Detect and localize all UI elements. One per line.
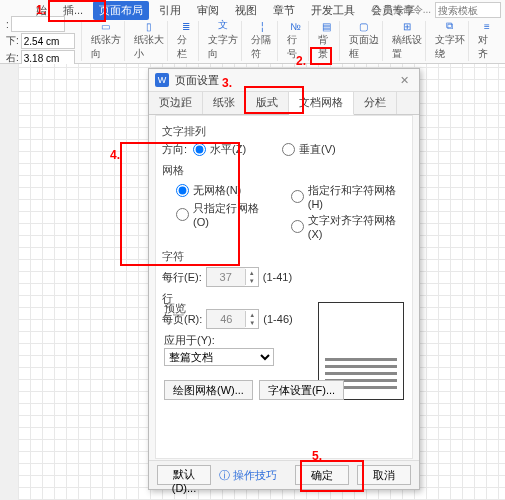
default-button[interactable]: 默认(D)... — [157, 465, 211, 485]
dialog-tabs: 页边距 纸张 版式 文档网格 分栏 — [149, 92, 419, 115]
group-columns[interactable]: ≣分栏 — [174, 21, 199, 61]
page-setup-dialog: W 页面设置 ✕ 页边距 纸张 版式 文档网格 分栏 文字排列 方向: 水平(Z… — [148, 68, 420, 490]
columns-icon: ≣ — [177, 21, 195, 32]
preview-label: 预览 — [164, 301, 186, 316]
search-prefix: Q 查找命令... — [372, 3, 431, 17]
dtab-layout[interactable]: 版式 — [246, 92, 289, 114]
align-icon: ≡ — [478, 21, 496, 32]
margin-right-label: 右: — [6, 51, 19, 65]
wrap-icon: ⧉ — [441, 20, 459, 32]
annotation-2: 2. — [296, 54, 306, 68]
radio-horizontal[interactable]: 水平(Z) — [193, 142, 246, 157]
apply-label: 应用于(Y): — [164, 333, 274, 348]
group-align[interactable]: ≡对齐 — [475, 21, 499, 61]
tab-view[interactable]: 视图 — [229, 1, 263, 20]
tab-references[interactable]: 引用 — [153, 1, 187, 20]
search-input[interactable] — [435, 2, 501, 18]
radio-align-chars[interactable]: 文字对齐字符网格(X) — [291, 213, 406, 240]
info-icon: ⓘ — [219, 468, 230, 483]
tab-sections[interactable]: 章节 — [267, 1, 301, 20]
margins-group: : 下: 右: — [6, 21, 82, 61]
per-line-range: (1-41) — [263, 271, 292, 283]
annotation-5: 5. — [312, 449, 322, 463]
app-icon: W — [155, 73, 169, 87]
direction-label: 方向: — [162, 142, 187, 157]
annotation-3: 3. — [222, 76, 232, 90]
chevron-up-icon[interactable]: ▲ — [246, 311, 258, 319]
group-text-direction[interactable]: 文文字方向 — [205, 21, 242, 61]
line-number-icon: № — [287, 21, 305, 32]
group-text-wrap[interactable]: ⧉文字环绕 — [432, 21, 469, 61]
radio-vertical[interactable]: 垂直(V) — [282, 142, 336, 157]
page-border-icon: ▢ — [355, 21, 373, 32]
group-breaks[interactable]: ¦分隔符 — [248, 21, 278, 61]
draw-grid-button[interactable]: 绘图网格(W)... — [164, 380, 253, 400]
ribbon-search: Q 查找命令... — [372, 2, 501, 18]
text-arrange-label: 文字排列 — [162, 124, 406, 139]
margin-bottom-label: 下: — [6, 34, 19, 48]
margin-field-generic[interactable] — [11, 16, 65, 32]
background-icon: ▤ — [318, 21, 336, 32]
annotation-1: 1. — [36, 3, 46, 17]
group-background[interactable]: ▤背景 — [315, 21, 340, 61]
annotation-4: 4. — [110, 148, 120, 162]
close-icon[interactable]: ✕ — [395, 74, 413, 87]
ok-button[interactable]: 确定 — [295, 465, 349, 485]
tab-page-layout[interactable]: 页面布局 — [93, 1, 149, 20]
dialog-titlebar: W 页面设置 ✕ — [149, 69, 419, 92]
tab-developer[interactable]: 开发工具 — [305, 1, 361, 20]
dialog-title: 页面设置 — [175, 73, 395, 88]
per-line-input[interactable] — [207, 268, 245, 286]
group-orientation[interactable]: ▭纸张方向 — [88, 21, 125, 61]
apply-select[interactable]: 整篇文档 — [164, 348, 274, 366]
per-line-label: 每行(E): — [162, 270, 202, 285]
per-page-spinner[interactable]: ▲▼ — [206, 309, 259, 329]
paper-size-icon: ▯ — [140, 21, 158, 32]
dtab-doc-grid[interactable]: 文档网格 — [289, 92, 354, 115]
radio-no-grid[interactable]: 无网格(N) — [176, 183, 241, 198]
chevron-down-icon[interactable]: ▼ — [246, 319, 258, 327]
dtab-margins[interactable]: 页边距 — [149, 92, 203, 114]
chevron-down-icon[interactable]: ▼ — [246, 277, 258, 285]
margin-bottom-input[interactable] — [21, 33, 75, 49]
group-paper-size[interactable]: ▯纸张大小 — [131, 21, 168, 61]
cancel-button[interactable]: 取消 — [357, 465, 411, 485]
manuscript-icon: ⊞ — [398, 21, 416, 32]
tab-review[interactable]: 审阅 — [191, 1, 225, 20]
dialog-body: 文字排列 方向: 水平(Z) 垂直(V) 网格 无网格(N) 只指定行网格(O)… — [155, 115, 413, 459]
ribbon: 始 插... 页面布局 引用 审阅 视图 章节 开发工具 会员专享 Q 查找命令… — [0, 0, 505, 64]
group-page-border[interactable]: ▢页面边框 — [346, 21, 383, 61]
radio-lines-only[interactable]: 只指定行网格(O) — [176, 201, 271, 228]
direction-row: 方向: 水平(Z) 垂直(V) — [162, 142, 406, 157]
text-direction-icon: 文 — [214, 18, 232, 32]
chevron-up-icon[interactable]: ▲ — [246, 269, 258, 277]
orientation-icon: ▭ — [97, 21, 115, 32]
per-line-spinner[interactable]: ▲▼ — [206, 267, 259, 287]
ribbon-tabs: 始 插... 页面布局 引用 审阅 视图 章节 开发工具 会员专享 Q 查找命令… — [0, 0, 505, 20]
per-page-input[interactable] — [207, 310, 245, 328]
grid-label: 网格 — [162, 163, 406, 178]
radio-lines-chars[interactable]: 指定行和字符网格(H) — [291, 183, 406, 210]
chars-label: 字符 — [162, 249, 406, 264]
per-page-range: (1-46) — [263, 313, 292, 325]
font-settings-button[interactable]: 字体设置(F)... — [259, 380, 344, 400]
ribbon-body: : 下: 右: ▭纸张方向 ▯纸张大小 ≣分栏 文文字方向 ¦分隔符 №行号 ▤… — [0, 21, 505, 63]
dialog-footer: 默认(D)... ⓘ操作技巧 确定 取消 — [149, 460, 419, 489]
dtab-paper[interactable]: 纸张 — [203, 92, 246, 114]
tips-link[interactable]: ⓘ操作技巧 — [219, 468, 277, 483]
apply-row: 应用于(Y): 整篇文档 — [164, 333, 274, 366]
group-manuscript[interactable]: ⊞稿纸设置 — [389, 21, 426, 61]
breaks-icon: ¦ — [253, 21, 271, 32]
dtab-columns[interactable]: 分栏 — [354, 92, 397, 114]
